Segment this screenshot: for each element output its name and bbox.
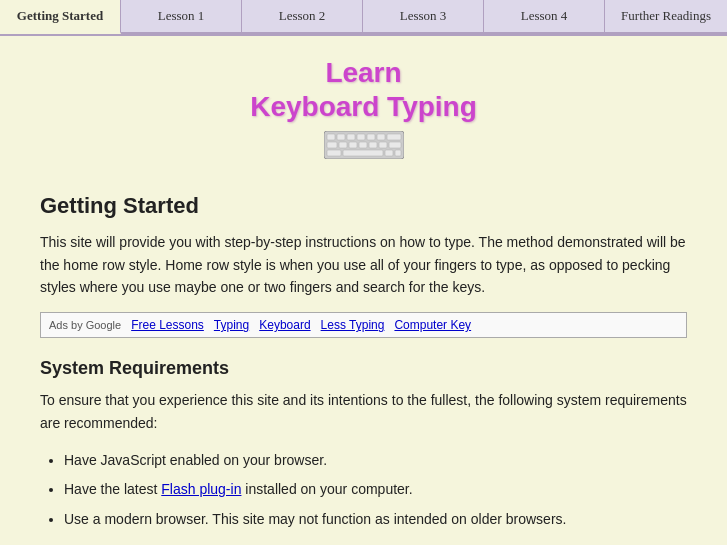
list-item: Use a modern browser. This site may not … [64,507,687,532]
getting-started-title: Getting Started [40,193,687,219]
ad-link-keyboard[interactable]: Keyboard [259,318,310,332]
svg-rect-11 [359,142,367,148]
ad-link-computer-key[interactable]: Computer Key [394,318,471,332]
ads-bar: Ads by Google Free Lessons Typing Keyboa… [40,312,687,338]
svg-rect-13 [379,142,387,148]
svg-rect-10 [349,142,357,148]
svg-rect-2 [337,134,345,140]
keyboard-icon [324,131,404,163]
svg-rect-17 [385,150,393,156]
tab-further-readings[interactable]: Further Readings [605,0,727,34]
svg-rect-12 [369,142,377,148]
svg-rect-15 [327,150,341,156]
navigation-bar: Getting Started Lesson 1 Lesson 2 Lesson… [0,0,727,36]
tab-lesson3[interactable]: Lesson 3 [363,0,484,34]
logo-line2: Keyboard Typing [250,91,477,122]
ad-link-free-lessons[interactable]: Free Lessons [131,318,204,332]
svg-rect-16 [343,150,383,156]
svg-rect-18 [395,150,401,156]
ads-label: Ads by Google [49,319,121,331]
svg-rect-7 [387,134,401,140]
svg-rect-8 [327,142,337,148]
svg-rect-4 [357,134,365,140]
tab-lesson4[interactable]: Lesson 4 [484,0,605,34]
svg-rect-5 [367,134,375,140]
svg-rect-1 [327,134,335,140]
svg-rect-14 [389,142,401,148]
main-content: Getting Started This site will provide y… [0,173,727,545]
tab-getting-started[interactable]: Getting Started [0,0,121,34]
system-requirements-intro: To ensure that you experience this site … [40,389,687,434]
tab-lesson2[interactable]: Lesson 2 [242,0,363,34]
svg-rect-9 [339,142,347,148]
ad-link-typing[interactable]: Typing [214,318,249,332]
tab-lesson1[interactable]: Lesson 1 [121,0,242,34]
list-item: Have the latest Flash plug-in installed … [64,477,687,502]
requirements-list: Have JavaScript enabled on your browser.… [64,448,687,532]
logo-line1: Learn [325,57,401,88]
ad-link-less-typing[interactable]: Less Typing [321,318,385,332]
system-requirements-title: System Requirements [40,358,687,379]
site-header: Learn Keyboard Typing [0,36,727,173]
getting-started-body: This site will provide you with step-by-… [40,231,687,298]
list-item: Have JavaScript enabled on your browser. [64,448,687,473]
flash-plugin-link[interactable]: Flash plug-in [161,481,241,497]
svg-rect-6 [377,134,385,140]
site-logo: Learn Keyboard Typing [0,56,727,123]
svg-rect-3 [347,134,355,140]
